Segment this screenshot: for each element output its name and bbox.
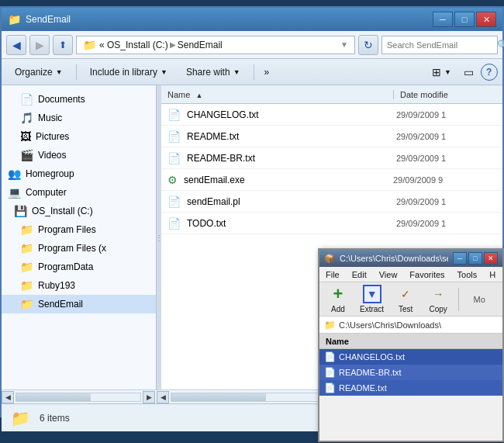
close-button[interactable]: ✕ <box>476 12 496 27</box>
help-button[interactable]: ? <box>481 64 498 81</box>
organize-dropdown-icon: ▼ <box>56 68 63 76</box>
up-button[interactable]: ⬆ <box>53 35 73 55</box>
share-with-button[interactable]: Share with ▼ <box>178 61 249 83</box>
sidebar-items-container: 📄Documents🎵Music🖼Pictures🎬Videos👥Homegro… <box>2 90 156 313</box>
winrar-more-button[interactable]: Mo <box>465 293 493 306</box>
sidebar-item-programdata[interactable]: 📁ProgramData <box>2 258 156 276</box>
search-box[interactable]: 🔍 <box>381 36 498 54</box>
minimize-button[interactable]: ─ <box>433 12 453 27</box>
winrar-menu-view[interactable]: View <box>376 270 401 279</box>
sidebar-item-sendemail[interactable]: 📁SendEmail <box>2 295 156 313</box>
address-field[interactable]: 📁 « OS_Install (C:) ▶ SendEmail ▼ <box>76 36 355 54</box>
winrar-test-icon: ✓ <box>396 285 415 303</box>
file-date-0: 29/09/2009 1 <box>396 110 496 119</box>
winrar-menu-tools[interactable]: Tools <box>454 270 481 279</box>
winrar-close[interactable]: ✕ <box>484 252 498 265</box>
winrar-file-icon-1: 📄 <box>324 367 336 378</box>
address-bar: ◀ ▶ ⬆ 📁 « OS_Install (C:) ▶ SendEmail ▼ … <box>2 31 502 59</box>
winrar-menu: File Edit View Favorites Tools H <box>319 267 502 282</box>
file-name-1: README.txt <box>187 131 396 142</box>
col-date-header[interactable]: Date modifie <box>394 90 502 99</box>
back-button[interactable]: ◀ <box>6 35 26 55</box>
sidebar-item-icon-4: 👥 <box>8 168 21 180</box>
preview-button[interactable]: ▭ <box>458 61 479 83</box>
winrar-maximize[interactable]: □ <box>468 252 482 265</box>
winrar-copy-button[interactable]: → Copy <box>424 283 452 315</box>
window-title: SendEmail <box>26 14 71 25</box>
sidebar-item-pictures[interactable]: 🖼Pictures <box>2 127 156 146</box>
winrar-window: 📦 C:\Users\Chris\Downloads\sendEmail ─ □… <box>318 248 504 442</box>
sidebar-item-homegroup[interactable]: 👥Homegroup <box>2 164 156 183</box>
file-name-2: README-BR.txt <box>187 153 396 164</box>
sidebar-item-label-6: OS_Install (C:) <box>32 206 93 216</box>
sidebar-item-ruby193[interactable]: 📁Ruby193 <box>2 276 156 295</box>
more-button[interactable]: » <box>259 61 275 83</box>
h-scroll-right-arrow-sidebar[interactable]: ▶ <box>143 391 155 403</box>
sidebar-item-programfiles[interactable]: 📁Program Files <box>2 220 156 239</box>
winrar-file-icon-2: 📄 <box>324 382 336 393</box>
sidebar-item-os_install(c:)[interactable]: 💾OS_Install (C:) <box>2 202 156 220</box>
sidebar-item-documents[interactable]: 📄Documents <box>2 90 156 109</box>
sidebar-item-label-7: Program Files <box>38 224 96 235</box>
path-separator-1: ▶ <box>170 40 176 49</box>
winrar-menu-edit[interactable]: Edit <box>349 270 370 279</box>
col-name-header[interactable]: Name ▲ <box>161 90 394 99</box>
file-list: 📄 CHANGELOG.txt 29/09/2009 1 📄 README.tx… <box>161 104 502 234</box>
maximize-button[interactable]: □ <box>454 12 475 27</box>
winrar-menu-file[interactable]: File <box>323 270 343 279</box>
winrar-title-controls: ─ □ ✕ <box>453 252 498 265</box>
sidebar-item-videos[interactable]: 🎬Videos <box>2 146 156 164</box>
title-controls: ─ □ ✕ <box>433 12 496 27</box>
file-icon-5: 📄 <box>167 217 181 230</box>
sidebar-item-label-10: Ruby193 <box>38 280 75 291</box>
file-icon-2: 📄 <box>167 152 181 164</box>
file-item-2[interactable]: 📄 README-BR.txt 29/09/2009 1 <box>161 147 502 169</box>
title-bar-left: 📁 SendEmail <box>8 13 71 26</box>
file-item-4[interactable]: 📄 sendEmail.pl 29/09/2009 1 <box>161 191 502 213</box>
organize-button[interactable]: Organize ▼ <box>6 61 71 83</box>
winrar-file-name-2: README.txt <box>339 383 387 393</box>
share-with-label: Share with <box>186 67 230 78</box>
h-scroll-track-sidebar[interactable] <box>16 393 141 402</box>
view-button[interactable]: ⊞ ▼ <box>426 61 457 83</box>
winrar-extract-button[interactable]: ▼ Extract <box>357 283 387 315</box>
sidebar-item-computer[interactable]: 💻Computer <box>2 183 156 202</box>
sidebar-item-label-3: Videos <box>38 150 66 161</box>
file-item-0[interactable]: 📄 CHANGELOG.txt 29/09/2009 1 <box>161 104 502 126</box>
include-library-label: Include in library <box>90 67 157 78</box>
help-icon: ? <box>486 67 492 78</box>
winrar-add-button[interactable]: + Add <box>324 283 352 315</box>
winrar-minimize[interactable]: ─ <box>453 252 467 265</box>
file-item-5[interactable]: 📄 TODO.txt 29/09/2009 1 <box>161 213 502 234</box>
winrar-file-item-2[interactable]: 📄 README.txt <box>319 380 502 396</box>
include-library-button[interactable]: Include in library ▼ <box>81 61 176 83</box>
h-scroll-left-arrow-main[interactable]: ◀ <box>157 391 169 403</box>
h-scroll-left-arrow[interactable]: ◀ <box>2 391 14 403</box>
path-folder: SendEmail <box>178 40 223 50</box>
file-name-3: sendEmail.exe <box>184 175 393 185</box>
forward-button[interactable]: ▶ <box>29 35 50 55</box>
h-scroll-left: ◀ ▶ <box>2 391 157 403</box>
share-with-dropdown-icon: ▼ <box>233 68 240 76</box>
winrar-file-name-1: README-BR.txt <box>339 368 402 377</box>
file-item-3[interactable]: ⚙ sendEmail.exe 29/09/2009 9 <box>161 169 502 191</box>
file-item-1[interactable]: 📄 README.txt 29/09/2009 1 <box>161 126 502 147</box>
refresh-button[interactable]: ↻ <box>358 35 378 55</box>
winrar-menu-help[interactable]: H <box>486 270 499 279</box>
sidebar-item-music[interactable]: 🎵Music <box>2 109 156 127</box>
sidebar-item-icon-2: 🖼 <box>20 130 31 143</box>
search-input[interactable] <box>387 40 494 50</box>
search-icon: 🔍 <box>497 40 504 50</box>
file-date-5: 29/09/2009 1 <box>396 219 496 228</box>
address-dropdown-icon[interactable]: ▼ <box>340 40 348 49</box>
sidebar-item-programfiles(x[interactable]: 📁Program Files (x <box>2 239 156 258</box>
h-scroll-thumb-main <box>171 393 266 401</box>
winrar-file-item-1[interactable]: 📄 README-BR.txt <box>319 365 502 380</box>
winrar-test-button[interactable]: ✓ Test <box>392 283 419 315</box>
sidebar-item-icon-7: 📁 <box>20 223 33 236</box>
winrar-file-item-0[interactable]: 📄 CHANGELOG.txt <box>319 349 502 365</box>
sidebar-item-label-1: Music <box>38 112 62 123</box>
winrar-menu-favorites[interactable]: Favorites <box>406 270 447 279</box>
winrar-toolbar: + Add ▼ Extract ✓ Test → Copy Mo <box>319 282 502 317</box>
status-text: 6 items <box>40 413 70 424</box>
